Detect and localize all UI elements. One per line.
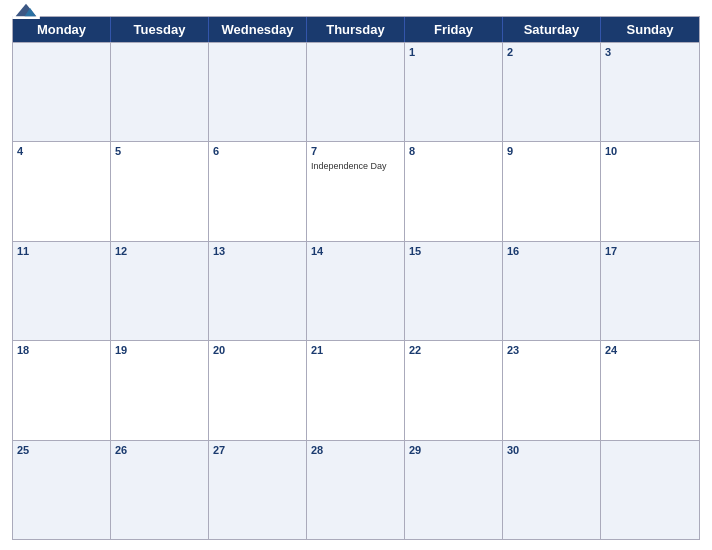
day-cell-15: 15 (405, 242, 503, 340)
day-cell-8: 8 (405, 142, 503, 240)
day-cell-18: 18 (13, 341, 111, 439)
day-number: 8 (409, 145, 498, 158)
day-number: 6 (213, 145, 302, 158)
day-number: 27 (213, 444, 302, 457)
logo-icon (12, 1, 40, 19)
day-number: 4 (17, 145, 106, 158)
week-row-5: 252627282930 (13, 440, 699, 539)
calendar-container: MondayTuesdayWednesdayThursdayFridaySatu… (0, 0, 712, 550)
day-cell-1: 1 (405, 43, 503, 141)
day-cell-16: 16 (503, 242, 601, 340)
day-header-sunday: Sunday (601, 17, 699, 42)
day-number: 5 (115, 145, 204, 158)
day-cell-empty (209, 43, 307, 141)
day-cell-24: 24 (601, 341, 699, 439)
day-cell-14: 14 (307, 242, 405, 340)
day-number: 17 (605, 245, 695, 258)
day-cell-2: 2 (503, 43, 601, 141)
calendar-grid: MondayTuesdayWednesdayThursdayFridaySatu… (12, 16, 700, 540)
day-cell-30: 30 (503, 441, 601, 539)
logo (12, 1, 40, 20)
day-number: 28 (311, 444, 400, 457)
day-cell-7: 7Independence Day (307, 142, 405, 240)
day-number: 15 (409, 245, 498, 258)
day-number: 22 (409, 344, 498, 357)
day-cell-5: 5 (111, 142, 209, 240)
day-number: 14 (311, 245, 400, 258)
day-cell-empty (601, 441, 699, 539)
day-cell-29: 29 (405, 441, 503, 539)
day-cell-empty (111, 43, 209, 141)
day-number: 26 (115, 444, 204, 457)
day-header-wednesday: Wednesday (209, 17, 307, 42)
day-number: 7 (311, 145, 400, 158)
day-header-thursday: Thursday (307, 17, 405, 42)
weeks-container: 1234567Independence Day89101112131415161… (13, 42, 699, 539)
day-number: 12 (115, 245, 204, 258)
day-number: 20 (213, 344, 302, 357)
day-number: 11 (17, 245, 106, 258)
day-cell-empty (307, 43, 405, 141)
day-cell-11: 11 (13, 242, 111, 340)
day-header-saturday: Saturday (503, 17, 601, 42)
day-number: 13 (213, 245, 302, 258)
week-row-2: 4567Independence Day8910 (13, 141, 699, 240)
day-cell-26: 26 (111, 441, 209, 539)
day-number: 10 (605, 145, 695, 158)
day-cell-20: 20 (209, 341, 307, 439)
week-row-3: 11121314151617 (13, 241, 699, 340)
day-number: 29 (409, 444, 498, 457)
day-cell-17: 17 (601, 242, 699, 340)
week-row-1: 123 (13, 42, 699, 141)
day-cell-27: 27 (209, 441, 307, 539)
day-number: 23 (507, 344, 596, 357)
day-number: 30 (507, 444, 596, 457)
day-cell-12: 12 (111, 242, 209, 340)
day-number: 25 (17, 444, 106, 457)
day-cell-4: 4 (13, 142, 111, 240)
day-cell-9: 9 (503, 142, 601, 240)
day-number: 9 (507, 145, 596, 158)
day-number: 19 (115, 344, 204, 357)
day-headers-row: MondayTuesdayWednesdayThursdayFridaySatu… (13, 17, 699, 42)
day-cell-25: 25 (13, 441, 111, 539)
day-cell-10: 10 (601, 142, 699, 240)
day-number: 21 (311, 344, 400, 357)
day-number: 16 (507, 245, 596, 258)
day-cell-6: 6 (209, 142, 307, 240)
day-number: 18 (17, 344, 106, 357)
day-number: 3 (605, 46, 695, 59)
day-number: 2 (507, 46, 596, 59)
day-cell-22: 22 (405, 341, 503, 439)
day-cell-19: 19 (111, 341, 209, 439)
day-number: 24 (605, 344, 695, 357)
day-cell-21: 21 (307, 341, 405, 439)
day-cell-28: 28 (307, 441, 405, 539)
week-row-4: 18192021222324 (13, 340, 699, 439)
day-cell-13: 13 (209, 242, 307, 340)
day-cell-23: 23 (503, 341, 601, 439)
day-event: Independence Day (311, 161, 400, 172)
day-cell-3: 3 (601, 43, 699, 141)
day-cell-empty (13, 43, 111, 141)
day-header-friday: Friday (405, 17, 503, 42)
day-header-tuesday: Tuesday (111, 17, 209, 42)
day-number: 1 (409, 46, 498, 59)
day-header-monday: Monday (13, 17, 111, 42)
